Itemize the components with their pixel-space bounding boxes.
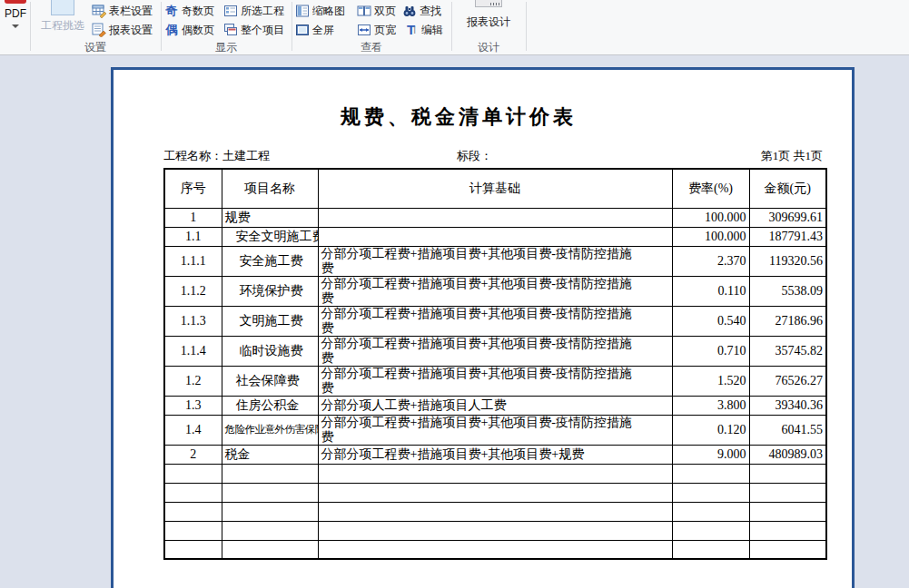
cell-rate (672, 540, 749, 559)
table-row: 1.1.4临时设施费分部分项工程费+措施项目费+其他项目费-疫情防控措施费0.7… (164, 336, 826, 366)
cell-rate: 100.000 (672, 227, 749, 246)
cell-basis: 分部分项工程费+措施项目费+其他项目费+规费 (318, 445, 672, 464)
table-row: 1规费100.000309699.61 (164, 208, 826, 227)
whole-project-label: 整个项目 (241, 23, 284, 38)
fullscreen-button[interactable]: 全屏 (295, 21, 334, 39)
report-design-button[interactable]: 报表设计 (454, 0, 523, 38)
table-row: 1.1.2环境保护费分部分项工程费+措施项目费+其他项目费-疫情防控措施费0.1… (164, 276, 826, 306)
group-label-design: 设计 (451, 40, 526, 53)
cell-rate (672, 521, 749, 540)
fee-tax-table: 序号 项目名称 计算基础 费率(%) 金额(元) 1规费100.00030969… (163, 168, 827, 560)
page-width-button[interactable]: 页宽 (357, 21, 396, 39)
cell-basis (318, 540, 672, 559)
cell-amount: 309699.61 (749, 208, 826, 227)
selected-project-button[interactable]: 所选工程 (223, 2, 284, 20)
pdf-export-button[interactable]: PDF (2, 0, 29, 38)
find-button[interactable]: 查找 (402, 2, 441, 20)
cell-no (164, 502, 222, 521)
ribbon-toolbar: PDF 工程挑选 表栏设置 报表设置 设置 奇 奇数页 偶 偶数页 所选工程 (0, 0, 909, 55)
cell-name: 规费 (222, 208, 318, 227)
report-settings-icon (92, 23, 106, 37)
group-label-settings: 设置 (30, 40, 161, 53)
page-width-label: 页宽 (374, 23, 396, 38)
cell-rate: 100.000 (672, 208, 749, 227)
project-name-value: 土建工程 (222, 149, 270, 162)
project-name-field: 工程名称：土建工程 (163, 148, 270, 164)
even-pages-label: 偶数页 (182, 23, 214, 38)
table-row: 1.1安全文明施工费100.000187791.43 (164, 227, 826, 246)
cell-no: 1.3 (164, 396, 222, 415)
cell-no: 1.1.2 (164, 276, 222, 306)
cell-basis (318, 227, 672, 246)
column-header-rate: 费率(%) (672, 169, 749, 208)
two-pages-button[interactable]: 双页 (357, 2, 396, 20)
section-label: 标段： (457, 148, 492, 164)
thumbnail-icon (295, 4, 310, 18)
even-pages-button[interactable]: 偶 偶数页 (164, 21, 214, 39)
cell-amount: 6041.55 (749, 415, 826, 445)
cell-no: 1 (164, 208, 222, 227)
cell-no: 1.4 (164, 415, 222, 445)
group-separator (526, 2, 527, 51)
cell-name (222, 483, 318, 502)
cell-amount: 76526.27 (749, 366, 826, 396)
whole-project-button[interactable]: 整个项目 (223, 21, 284, 39)
cell-basis (318, 483, 672, 502)
even-pages-icon: 偶 (164, 23, 179, 37)
cell-amount (749, 521, 826, 540)
column-header-no: 序号 (164, 169, 222, 208)
cell-no: 1.1.3 (164, 306, 222, 336)
cell-basis (318, 521, 672, 540)
cell-amount (749, 502, 826, 521)
cell-basis (318, 208, 672, 227)
table-settings-icon (92, 4, 106, 18)
cell-name (222, 521, 318, 540)
odd-pages-label: 奇数页 (182, 4, 214, 19)
column-header-basis: 计算基础 (318, 169, 672, 208)
two-pages-label: 双页 (374, 4, 396, 19)
fullscreen-label: 全屏 (312, 23, 334, 38)
cell-name: 临时设施费 (222, 336, 318, 366)
page-indicator: 第1页 共1页 (761, 148, 823, 164)
column-header-name: 项目名称 (222, 169, 318, 208)
cell-amount (749, 540, 826, 559)
odd-pages-icon: 奇 (164, 4, 179, 18)
table-settings-label: 表栏设置 (109, 4, 153, 19)
cell-amount: 480989.03 (749, 445, 826, 464)
cell-rate: 9.000 (672, 445, 749, 464)
project-pick-label: 工程挑选 (41, 18, 84, 34)
cell-no: 1.1 (164, 227, 222, 246)
cell-amount: 27186.96 (749, 306, 826, 336)
thumbnail-button[interactable]: 缩略图 (295, 2, 345, 20)
cell-basis: 分部分项工程费+措施项目费+其他项目费-疫情防控措施费 (318, 415, 672, 445)
table-row: 1.4危险作业意外伤害保险分部分项工程费+措施项目费+其他项目费-疫情防控措施费… (164, 415, 826, 445)
project-pick-button[interactable]: 工程挑选 (35, 0, 91, 38)
table-settings-button[interactable]: 表栏设置 (92, 2, 153, 20)
pdf-icon (5, 0, 26, 4)
cell-name: 税金 (222, 445, 318, 464)
report-settings-button[interactable]: 报表设置 (92, 21, 153, 39)
find-icon (402, 4, 417, 18)
odd-pages-button[interactable]: 奇 奇数页 (164, 2, 214, 20)
selected-project-label: 所选工程 (241, 4, 284, 19)
column-header-amount: 金额(元) (749, 169, 826, 208)
pdf-dropdown-icon[interactable] (12, 24, 19, 28)
table-row: 1.2社会保障费分部分项工程费+措施项目费+其他项目费-疫情防控措施费1.520… (164, 366, 826, 396)
cell-name: 文明施工费 (222, 306, 318, 336)
table-row (164, 521, 826, 540)
cell-name: 环境保护费 (222, 276, 318, 306)
edit-button[interactable]: TI 编辑 (404, 21, 443, 39)
cell-rate: 0.120 (672, 415, 749, 445)
cell-rate (672, 464, 749, 483)
cell-no: 1.2 (164, 366, 222, 396)
cell-basis (318, 464, 672, 483)
report-page: 规费、税金清单计价表 工程名称：土建工程 标段： 第1页 共1页 序号 项目名称… (111, 67, 855, 588)
project-name-label: 工程名称： (163, 149, 222, 162)
page-width-icon (357, 23, 371, 37)
cell-amount (749, 464, 826, 483)
cell-rate: 1.520 (672, 366, 749, 396)
cell-name (222, 464, 318, 483)
edit-icon: TI (404, 23, 419, 37)
cell-name: 安全文明施工费 (222, 227, 318, 246)
cell-amount: 187791.43 (749, 227, 826, 246)
